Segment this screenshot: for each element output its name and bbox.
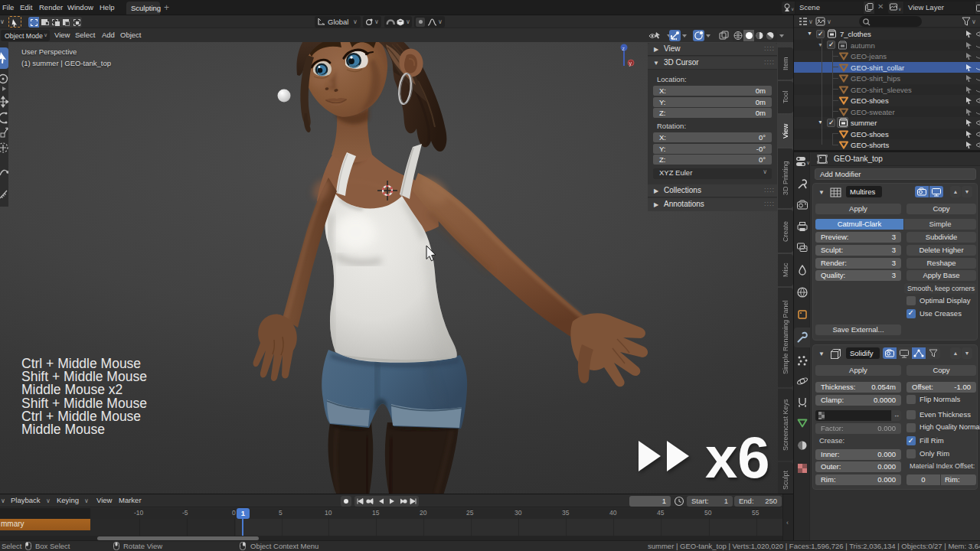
svg-text:y: y bbox=[629, 60, 632, 67]
svg-text:∨: ∨ bbox=[808, 18, 813, 25]
svg-text:∨: ∨ bbox=[898, 7, 901, 11]
svg-text:∨: ∨ bbox=[791, 7, 794, 11]
svg-text:∨: ∨ bbox=[972, 18, 976, 25]
svg-text:z: z bbox=[622, 46, 626, 51]
svg-text:∨: ∨ bbox=[806, 160, 810, 165]
svg-text:∨: ∨ bbox=[827, 18, 831, 25]
